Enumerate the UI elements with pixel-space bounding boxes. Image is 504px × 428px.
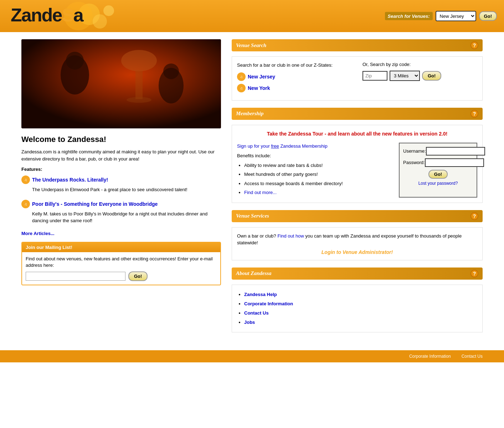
membership-inner: Take the Zandessa Tour - and learn about… <box>232 125 483 203</box>
membership-header: Membership ? <box>232 108 483 120</box>
about-list-item: Contact Us <box>244 309 477 318</box>
username-row: Username: <box>403 147 473 156</box>
venue-services-text: Own a bar or club? Find out how you can … <box>237 233 477 246</box>
more-articles-link[interactable]: More Articles... <box>21 231 221 236</box>
logo-area: ZandeSa <box>7 0 121 32</box>
find-out-more-link[interactable]: Find out more... <box>244 190 277 195</box>
password-label: Password: <box>403 160 425 165</box>
venue-search-title: Venue Search <box>236 42 266 49</box>
about-header: About Zandessa ? <box>232 268 483 280</box>
corporate-info-link[interactable]: Corporate Information <box>244 301 293 306</box>
article-1-title: The Underpass Rocks. Literally! <box>32 177 108 183</box>
new-jersey-link[interactable]: ♫ New Jersey <box>237 72 352 81</box>
benefit-item: Access to message boards & member direct… <box>244 179 393 188</box>
membership-promo: Take the Zandessa Tour - and learn about… <box>237 130 477 138</box>
svg-point-5 <box>66 52 84 70</box>
svg-point-7 <box>163 63 179 79</box>
article-1-desc: The Underpass in Elmwood Park - a great … <box>32 186 221 193</box>
contact-us-link[interactable]: Contact Us <box>244 310 269 316</box>
login-admin-link[interactable]: Login to Venue Administrator! <box>237 249 477 255</box>
article-2-icon: ♫ <box>21 200 30 208</box>
venue-search-section: Venue Search ? Search for a bar or club … <box>232 39 483 101</box>
article-item: ♫ The Underpass Rocks. Literally! The Un… <box>21 175 221 193</box>
article-2-desc: Kelly M. takes us to Poor Billy's in Woo… <box>32 210 221 224</box>
header-search-area: Search for Venues: New Jersey New York C… <box>385 11 497 21</box>
zip-search-area: Or, Search by zip code: 3 Miles 5 Miles … <box>362 62 477 81</box>
welcome-title: Welcome to Zandessa! <box>21 135 221 144</box>
z-states-area: Search for a bar or club in one of our Z… <box>237 62 352 95</box>
username-input[interactable] <box>426 147 485 156</box>
new-jersey-label: New Jersey <box>248 74 275 80</box>
footer: Corporate Information Contact Us <box>0 350 504 362</box>
mailing-list-box: Join our Mailing List! Find out about ne… <box>21 242 221 285</box>
header-go-button[interactable]: Go! <box>479 11 497 21</box>
find-out-how-link[interactable]: Find out how <box>277 233 304 239</box>
membership-right: Username: Password: Go! Lost your passwo… <box>399 143 477 198</box>
benefits-label: Benefits include: <box>237 153 393 158</box>
header-search-label: Search for Venues: <box>385 12 433 20</box>
zandessa-help-link[interactable]: Zandessa Help <box>244 292 277 297</box>
membership-left: Sign up for your free Zandessa Membershi… <box>237 143 393 198</box>
article-2-link[interactable]: ♫ Poor Billy's - Something for Everyone … <box>21 200 221 208</box>
svg-point-1 <box>121 50 157 71</box>
venue-search-help[interactable]: ? <box>470 41 478 49</box>
membership-section: Membership ? Take the Zandessa Tour - an… <box>232 108 483 203</box>
venue-services-title: Venue Services <box>236 213 269 219</box>
venue-services-help[interactable]: ? <box>470 212 478 220</box>
jobs-link[interactable]: Jobs <box>244 320 255 325</box>
footer-contact-link[interactable]: Contact Us <box>462 354 483 359</box>
membership-help[interactable]: ? <box>470 110 478 118</box>
right-column: Venue Search ? Search for a bar or club … <box>232 39 483 340</box>
article-1-link[interactable]: ♫ The Underpass Rocks. Literally! <box>21 175 221 184</box>
venue-search-header: Venue Search ? <box>232 39 483 51</box>
venue-search-inner: Search for a bar or club in one of our Z… <box>232 56 483 101</box>
venue-search-top: Search for a bar or club in one of our Z… <box>237 62 477 95</box>
mailing-list-header: Join our Mailing List! <box>22 243 220 252</box>
about-list-item: Jobs <box>244 318 477 327</box>
about-section: About Zandessa ? Zandessa Help Corporate… <box>232 268 483 332</box>
about-list: Zandessa Help Corporate Information Cont… <box>237 290 477 327</box>
header-state-select[interactable]: New Jersey New York Connecticut Pennsylv… <box>436 11 476 21</box>
venue-services-header: Venue Services ? <box>232 210 483 222</box>
about-help[interactable]: ? <box>470 270 478 277</box>
zip-go-button[interactable]: Go! <box>422 71 441 81</box>
logo-text: ZandeSa <box>11 5 83 25</box>
nj-icon: ♫ <box>237 72 246 81</box>
article-item: ♫ Poor Billy's - Something for Everyone … <box>21 200 221 224</box>
new-york-link[interactable]: ♫ New York <box>237 84 352 92</box>
benefits-list: Ability to review and rate bars & clubs!… <box>237 161 393 197</box>
article-2-title: Poor Billy's - Something for Everyone in… <box>32 201 158 207</box>
zip-form: 3 Miles 5 Miles 10 Miles 25 Miles Go! <box>362 71 477 81</box>
email-input[interactable] <box>26 272 125 281</box>
svg-rect-0 <box>21 39 221 128</box>
login-go-button[interactable]: Go! <box>428 170 448 179</box>
about-inner: Zandessa Help Corporate Information Cont… <box>232 285 483 332</box>
miles-select[interactable]: 3 Miles 5 Miles 10 Miles 25 Miles <box>390 71 420 81</box>
password-row: Password: <box>403 158 473 167</box>
welcome-text: Zandessa.com is a nightlife community ai… <box>21 148 221 162</box>
mailing-list-form: Go! <box>26 271 217 281</box>
article-1-icon: ♫ <box>21 175 30 184</box>
ny-icon: ♫ <box>237 84 246 92</box>
signup-link[interactable]: Sign up for your free Zandessa Membershi… <box>237 143 393 150</box>
search-intro: Search for a bar or club in one of our Z… <box>237 62 352 69</box>
password-input[interactable] <box>425 158 484 167</box>
membership-title: Membership <box>236 111 264 117</box>
mailing-list-go-button[interactable]: Go! <box>128 271 148 281</box>
benefit-item: Find out more... <box>244 188 393 197</box>
benefit-item: Meet hundreds of other party goers! <box>244 170 393 178</box>
username-label: Username: <box>403 148 426 154</box>
left-column: Welcome to Zandessa! Zandessa.com is a n… <box>21 39 221 340</box>
footer-corporate-link[interactable]: Corporate Information <box>409 354 451 359</box>
new-york-label: New York <box>248 85 270 91</box>
hero-image <box>21 39 221 128</box>
about-list-item: Zandessa Help <box>244 290 477 299</box>
benefit-item: Ability to review and rate bars & clubs! <box>244 161 393 169</box>
svg-point-3 <box>127 97 151 103</box>
zip-input[interactable] <box>362 71 387 81</box>
svg-rect-2 <box>135 71 143 99</box>
lost-password-link[interactable]: Lost your password? <box>403 181 473 186</box>
venue-services-inner: Own a bar or club? Find out how you can … <box>232 227 483 260</box>
about-title: About Zandessa <box>236 270 272 276</box>
features-label: Features: <box>21 167 221 172</box>
